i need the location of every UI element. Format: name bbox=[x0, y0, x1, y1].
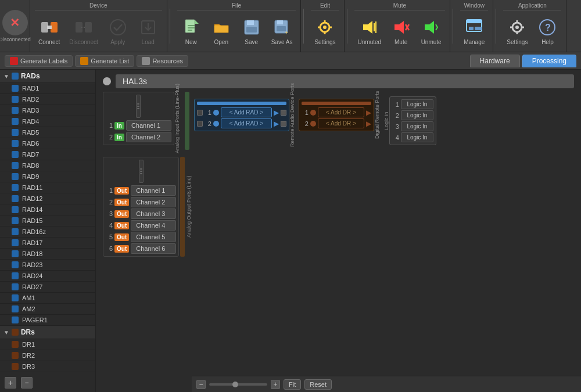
open-button[interactable]: Open bbox=[207, 15, 235, 48]
app-settings-button[interactable]: Settings bbox=[503, 15, 531, 48]
sidebar-item-rad14[interactable]: RAD14 bbox=[0, 204, 95, 215]
app-settings-icon bbox=[507, 17, 528, 38]
sidebar-item-dr2[interactable]: DR2 bbox=[0, 350, 95, 361]
sidebar-item-rad6[interactable]: RAD6 bbox=[0, 138, 95, 149]
add-item-button[interactable]: + bbox=[5, 377, 16, 389]
sidebar-item-rad8[interactable]: RAD8 bbox=[0, 160, 95, 171]
out-badge-2: Out bbox=[114, 199, 129, 206]
window-buttons: Manage bbox=[460, 13, 488, 49]
tab-processing[interactable]: Processing bbox=[522, 55, 576, 67]
analog-output-section: 1 Out Channel 1 2 Out Channel 2 3 Out Ch… bbox=[103, 157, 574, 257]
out-num-3: 3 bbox=[106, 210, 113, 217]
sidebar-item-rad3[interactable]: RAD3 bbox=[0, 105, 95, 116]
drs-arrow-icon: ▼ bbox=[3, 329, 9, 336]
dr-arrow-2[interactable]: ▶ bbox=[366, 120, 371, 128]
zoom-fit-button[interactable]: Fit bbox=[284, 379, 301, 390]
sidebar-item-rad17[interactable]: RAD17 bbox=[0, 238, 95, 249]
mute-button[interactable]: Mute bbox=[387, 15, 415, 48]
content-area: HAL3s 1 In Channel 1 bbox=[96, 70, 581, 392]
load-button[interactable]: Load bbox=[134, 15, 162, 48]
sidebar-item-rad24[interactable]: RAD24 bbox=[0, 271, 95, 282]
rad12-label: RAD12 bbox=[22, 195, 42, 202]
sidebar-item-rad9[interactable]: RAD9 bbox=[0, 171, 95, 182]
save-as-button[interactable]: + Save As bbox=[268, 15, 296, 48]
add-dr-button-1[interactable]: < Add DR > bbox=[318, 107, 364, 117]
help-button[interactable]: ? Help bbox=[533, 15, 561, 48]
logic-btn-4[interactable]: Logic In bbox=[401, 132, 433, 142]
sidebar-item-rad1[interactable]: RAD1 bbox=[0, 83, 95, 94]
add-rad-button-1[interactable]: < Add RAD > bbox=[221, 107, 272, 117]
list-icon bbox=[80, 57, 88, 65]
logic-block: 1 Logic In 2 Logic In 3 Logic In bbox=[389, 96, 436, 145]
input-drag-handle[interactable] bbox=[136, 95, 141, 118]
tab-hardware[interactable]: Hardware bbox=[470, 55, 520, 67]
settings-edit-button[interactable]: Settings bbox=[311, 15, 339, 48]
generate-list-button[interactable]: Generate List bbox=[75, 55, 134, 67]
sidebar-item-rad4[interactable]: RAD4 bbox=[0, 116, 95, 127]
manage-button[interactable]: Manage bbox=[460, 15, 488, 48]
resources-button[interactable]: Resources bbox=[137, 55, 188, 67]
hal3s-title: HAL3s bbox=[116, 74, 574, 88]
sidebar-item-rad23[interactable]: RAD23 bbox=[0, 260, 95, 271]
sidebar-item-am2[interactable]: AM2 bbox=[0, 304, 95, 315]
sidebar-item-dr3[interactable]: DR3 bbox=[0, 361, 95, 372]
zoom-plus-button[interactable]: + bbox=[271, 380, 280, 389]
connect-button[interactable]: Connect bbox=[35, 15, 63, 48]
new-label: New bbox=[185, 39, 197, 45]
analog-output-vert-label: Analog Output Ports (Line) bbox=[186, 166, 192, 247]
sidebar-item-dr1[interactable]: DR1 bbox=[0, 339, 95, 350]
sidebar: ▼ RADs RAD1 RAD2 RAD3 RAD4 RAD5 RAD6 RAD… bbox=[0, 70, 96, 392]
remove-item-button[interactable]: − bbox=[21, 377, 33, 389]
sidebar-item-am1[interactable]: AM1 bbox=[0, 293, 95, 304]
svg-marker-34 bbox=[425, 21, 434, 34]
tab-hardware-label: Hardware bbox=[480, 57, 510, 65]
out-num-6: 6 bbox=[106, 245, 113, 252]
drs-group-header[interactable]: ▼ DRs bbox=[0, 326, 95, 339]
sidebar-item-rad5[interactable]: RAD5 bbox=[0, 127, 95, 138]
rad-row-1: 1 < Add RAD > ▶ bbox=[197, 107, 286, 117]
sidebar-item-rad2[interactable]: RAD2 bbox=[0, 94, 95, 105]
zoom-reset-button[interactable]: Reset bbox=[304, 379, 332, 390]
sidebar-item-rad27[interactable]: RAD27 bbox=[0, 282, 95, 293]
rad-left-connector-1 bbox=[197, 110, 203, 116]
tab-processing-label: Processing bbox=[532, 57, 566, 65]
unmuted-button[interactable]: Unmuted bbox=[354, 15, 385, 48]
rads-group-header[interactable]: ▼ RADs bbox=[0, 70, 95, 83]
rad3-label: RAD3 bbox=[22, 107, 39, 114]
sidebar-item-rad12[interactable]: RAD12 bbox=[0, 193, 95, 204]
save-button[interactable]: Save bbox=[238, 15, 266, 48]
add-dr-button-2[interactable]: < Add DR > bbox=[318, 118, 364, 128]
logic-btn-3[interactable]: Logic In bbox=[401, 121, 433, 131]
logic-btn-1[interactable]: Logic In bbox=[401, 99, 433, 109]
apply-button[interactable]: Apply bbox=[104, 15, 132, 48]
sidebar-item-rad7[interactable]: RAD7 bbox=[0, 149, 95, 160]
add-rad-button-2[interactable]: < Add RAD > bbox=[221, 118, 272, 128]
zoom-slider[interactable] bbox=[209, 383, 267, 386]
rad2-color bbox=[12, 96, 19, 103]
logic-btn-2[interactable]: Logic In bbox=[401, 110, 433, 120]
sidebar-item-pager1[interactable]: PAGER1 bbox=[0, 315, 95, 326]
rad-row-2: 2 < Add RAD > ▶ bbox=[197, 118, 286, 128]
rad-arrow-1[interactable]: ▶ bbox=[274, 109, 279, 117]
rad11-color bbox=[12, 184, 19, 191]
hardware-diagram: 1 In Channel 1 2 In Channel 2 Analog Inp… bbox=[103, 92, 574, 150]
sidebar-item-rad11[interactable]: RAD11 bbox=[0, 182, 95, 193]
unmute-button[interactable]: Unmute bbox=[417, 15, 445, 48]
sidebar-item-rad15[interactable]: RAD15 bbox=[0, 215, 95, 226]
svg-point-40 bbox=[515, 26, 519, 29]
dr2-color bbox=[12, 352, 19, 359]
rad23-color bbox=[12, 261, 19, 268]
analog-output-block: 1 Out Channel 1 2 Out Channel 2 3 Out Ch… bbox=[103, 157, 179, 257]
sidebar-item-rad16z[interactable]: RAD16z bbox=[0, 226, 95, 238]
zoom-minus-button[interactable]: − bbox=[196, 380, 206, 389]
sidebar-item-rad18[interactable]: RAD18 bbox=[0, 249, 95, 260]
output-drag-handle[interactable] bbox=[139, 160, 144, 183]
analog-input-vert-label: Analog Input Ports (Line-Plus) bbox=[174, 95, 180, 142]
new-button[interactable]: New bbox=[177, 15, 205, 48]
logic-section: Logic In 1 Logic In 2 Logic In 3 bbox=[383, 92, 436, 150]
disconnect-button[interactable]: Disconnect bbox=[66, 15, 101, 48]
analog-input-section: 1 In Channel 1 2 In Channel 2 Analog Inp… bbox=[103, 92, 180, 145]
generate-labels-button[interactable]: Generate Labels bbox=[5, 55, 73, 67]
rad-arrow-2[interactable]: ▶ bbox=[274, 120, 279, 128]
dr-arrow-1[interactable]: ▶ bbox=[366, 109, 371, 117]
